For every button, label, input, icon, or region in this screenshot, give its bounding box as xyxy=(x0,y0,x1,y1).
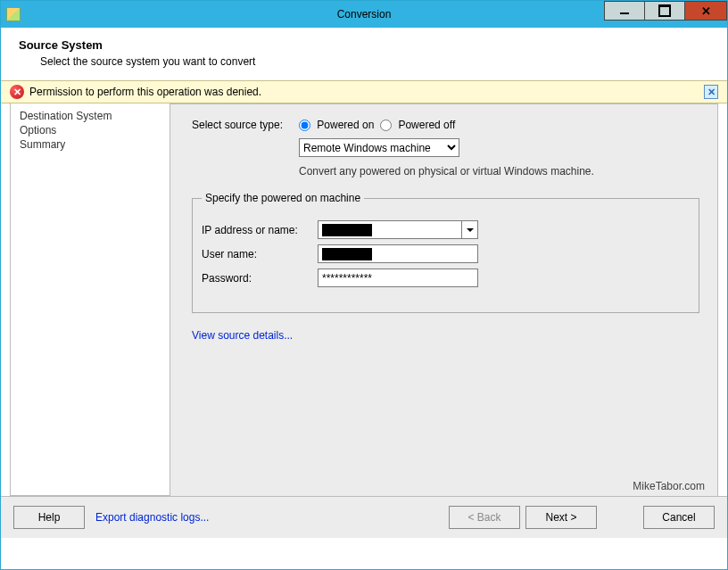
chevron-down-icon[interactable] xyxy=(461,221,477,238)
error-icon: ✕ xyxy=(10,85,24,99)
window-title: Conversion xyxy=(1,8,727,21)
view-source-details-link[interactable]: View source details... xyxy=(192,329,293,342)
machine-type-row: Remote Windows machine xyxy=(299,138,699,157)
dismiss-warning-button[interactable]: ✕ xyxy=(704,85,718,99)
title-bar: Conversion xyxy=(1,1,727,28)
wizard-steps-sidebar: Destination System Options Summary xyxy=(10,103,170,496)
source-type-row: Select source type: Powered on Powered o… xyxy=(192,119,699,131)
user-label: User name: xyxy=(202,248,318,260)
wizard-footer: Help Export diagnostic logs... < Back Ne… xyxy=(1,497,727,538)
sidebar-item-summary[interactable]: Summary xyxy=(20,137,168,152)
machine-details-group: Specify the powered on machine IP addres… xyxy=(192,192,699,313)
ip-value-redacted xyxy=(322,224,372,236)
sidebar-item-destination[interactable]: Destination System xyxy=(20,109,168,123)
radio-powered-off-input[interactable] xyxy=(380,120,392,131)
radio-powered-on[interactable]: Powered on xyxy=(299,119,374,131)
page-title: Source System xyxy=(19,38,709,52)
pass-label: Password: xyxy=(202,272,318,285)
username-value-redacted xyxy=(322,248,372,260)
main-panel: Select source type: Powered on Powered o… xyxy=(170,103,718,496)
group-legend: Specify the powered on machine xyxy=(202,192,364,204)
password-field[interactable] xyxy=(318,268,478,287)
ip-address-combo[interactable] xyxy=(318,220,478,239)
wizard-body: Destination System Options Summary Selec… xyxy=(1,103,727,497)
username-field[interactable] xyxy=(318,244,478,263)
next-button[interactable]: Next > xyxy=(525,506,597,529)
watermark: MikeTabor.com xyxy=(633,480,705,492)
radio-powered-on-input[interactable] xyxy=(299,120,310,131)
radio-powered-off[interactable]: Powered off xyxy=(380,119,455,131)
ip-label: IP address or name: xyxy=(202,224,318,236)
user-row: User name: xyxy=(202,244,690,263)
cancel-button[interactable]: Cancel xyxy=(643,506,715,529)
pass-row: Password: xyxy=(202,268,690,287)
radio-powered-on-label: Powered on xyxy=(317,119,374,131)
source-type-label: Select source type: xyxy=(192,119,299,131)
radio-powered-off-label: Powered off xyxy=(398,119,455,131)
ip-row: IP address or name: xyxy=(202,220,690,239)
export-logs-link[interactable]: Export diagnostic logs... xyxy=(95,511,209,524)
sidebar-item-options[interactable]: Options xyxy=(20,123,168,137)
machine-type-hint: Convert any powered on physical or virtu… xyxy=(299,164,699,179)
warning-bar: ✕ Permission to perform this operation w… xyxy=(1,80,727,103)
machine-type-select[interactable]: Remote Windows machine xyxy=(299,138,459,157)
warning-text: Permission to perform this operation was… xyxy=(29,86,261,98)
back-button[interactable]: < Back xyxy=(449,506,520,529)
wizard-header: Source System Select the source system y… xyxy=(1,28,727,80)
page-subtitle: Select the source system you want to con… xyxy=(40,55,709,68)
help-button[interactable]: Help xyxy=(13,506,85,529)
